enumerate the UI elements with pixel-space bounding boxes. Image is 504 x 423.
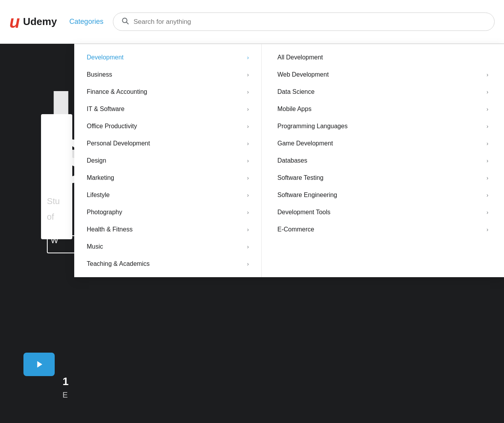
right-chevron-icon-2: › <box>486 89 488 95</box>
bg-text-line2: of <box>47 212 54 222</box>
right-menu-item-5[interactable]: Game Development› <box>262 135 504 152</box>
left-menu-label-5: Personal Development <box>87 140 150 147</box>
right-menu-label-4: Programming Languages <box>277 123 348 130</box>
chevron-icon-6: › <box>247 158 249 164</box>
chevron-icon-4: › <box>247 123 249 129</box>
chevron-icon-8: › <box>247 192 249 198</box>
chevron-icon-1: › <box>247 72 249 78</box>
logo-area: u Udemy <box>9 13 57 30</box>
chevron-icon-9: › <box>247 209 249 215</box>
left-menu-item-12[interactable]: Teaching & Academics› <box>74 255 261 272</box>
udemy-logo-icon: u <box>9 13 20 30</box>
left-menu-item-6[interactable]: Design› <box>74 152 261 169</box>
categories-button[interactable]: Categories <box>70 18 104 26</box>
right-menu-item-8[interactable]: Software Engineering› <box>262 186 504 204</box>
right-menu-item-0[interactable]: All Development <box>262 49 504 66</box>
right-menu-item-3[interactable]: Mobile Apps› <box>262 100 504 118</box>
header: u Udemy Categories <box>0 0 504 44</box>
left-menu-item-4[interactable]: Office Productivity› <box>74 118 261 135</box>
left-menu-item-7[interactable]: Marketing› <box>74 169 261 186</box>
left-menu-label-4: Office Productivity <box>87 123 137 130</box>
right-chevron-icon-1: › <box>486 72 488 78</box>
right-menu-label-10: E-Commerce <box>277 226 314 233</box>
left-menu-label-0: Development <box>87 54 123 61</box>
left-menu-label-8: Lifestyle <box>87 192 110 199</box>
left-menu-item-10[interactable]: Health & Fitness› <box>74 221 261 238</box>
bg-text-line1: Stu <box>47 196 60 206</box>
left-menu-item-1[interactable]: Business› <box>74 66 261 83</box>
udemy-logo-text: Udemy <box>23 16 57 28</box>
left-menu-item-8[interactable]: Lifestyle› <box>74 186 261 204</box>
right-menu-item-1[interactable]: Web Development› <box>262 66 504 83</box>
right-menu-label-1: Web Development <box>277 71 329 78</box>
left-menu-label-10: Health & Fitness <box>87 226 132 233</box>
left-menu-label-9: Photography <box>87 209 122 216</box>
right-chevron-icon-9: › <box>486 209 488 215</box>
right-chevron-icon-7: › <box>486 175 488 181</box>
right-chevron-icon-8: › <box>486 192 488 198</box>
right-menu-label-3: Mobile Apps <box>277 106 311 113</box>
dropdown-menu: Development›Business›Finance & Accountin… <box>74 44 504 277</box>
right-chevron-icon-10: › <box>486 226 488 233</box>
chevron-icon-5: › <box>247 140 249 147</box>
left-menu-label-1: Business <box>87 71 112 78</box>
right-menu-label-5: Game Development <box>277 140 333 147</box>
left-menu-label-2: Finance & Accounting <box>87 88 147 95</box>
bg-number: 1 <box>63 375 69 388</box>
right-chevron-icon-3: › <box>486 106 488 112</box>
chevron-icon-10: › <box>247 226 249 233</box>
svg-marker-2 <box>37 361 42 367</box>
right-menu-item-6[interactable]: Databases› <box>262 152 504 169</box>
left-menu-label-6: Design <box>87 157 106 164</box>
bg-video-card <box>23 353 55 376</box>
left-panel: Development›Business›Finance & Accountin… <box>74 44 262 277</box>
right-menu-label-0: All Development <box>277 54 323 61</box>
right-menu-label-8: Software Engineering <box>277 192 337 199</box>
right-panel: All DevelopmentWeb Development›Data Scie… <box>262 44 504 277</box>
left-menu-item-11[interactable]: Music› <box>74 238 261 255</box>
bg-e-text: E <box>63 391 68 400</box>
left-menu-label-11: Music <box>87 243 103 250</box>
left-menu-label-7: Marketing <box>87 174 114 181</box>
right-chevron-icon-5: › <box>486 140 488 147</box>
right-chevron-icon-6: › <box>486 158 488 164</box>
left-menu-label-12: Teaching & Academics <box>87 260 150 267</box>
chevron-icon-7: › <box>247 175 249 181</box>
right-menu-item-9[interactable]: Development Tools› <box>262 204 504 221</box>
left-menu-item-2[interactable]: Finance & Accounting› <box>74 83 261 100</box>
chevron-icon-12: › <box>247 261 249 267</box>
left-menu-item-5[interactable]: Personal Development› <box>74 135 261 152</box>
chevron-icon-0: › <box>247 54 249 61</box>
search-icon <box>121 17 129 27</box>
chevron-icon-11: › <box>247 244 249 250</box>
right-menu-item-10[interactable]: E-Commerce› <box>262 221 504 238</box>
left-menu-label-3: IT & Software <box>87 106 125 113</box>
left-menu-item-9[interactable]: Photography› <box>74 204 261 221</box>
search-bar <box>113 13 495 31</box>
right-menu-item-2[interactable]: Data Science› <box>262 83 504 100</box>
chevron-icon-2: › <box>247 89 249 95</box>
right-menu-item-7[interactable]: Software Testing› <box>262 169 504 186</box>
svg-line-1 <box>126 22 128 24</box>
search-input[interactable] <box>134 18 486 26</box>
right-menu-label-2: Data Science <box>277 88 315 95</box>
chevron-icon-3: › <box>247 106 249 112</box>
right-menu-item-4[interactable]: Programming Languages› <box>262 118 504 135</box>
right-menu-label-7: Software Testing <box>277 174 323 181</box>
left-menu-item-3[interactable]: IT & Software› <box>74 100 261 118</box>
right-chevron-icon-4: › <box>486 123 488 129</box>
right-menu-label-6: Databases <box>277 157 307 164</box>
left-menu-item-0[interactable]: Development› <box>74 49 261 66</box>
right-menu-label-9: Development Tools <box>277 209 331 216</box>
